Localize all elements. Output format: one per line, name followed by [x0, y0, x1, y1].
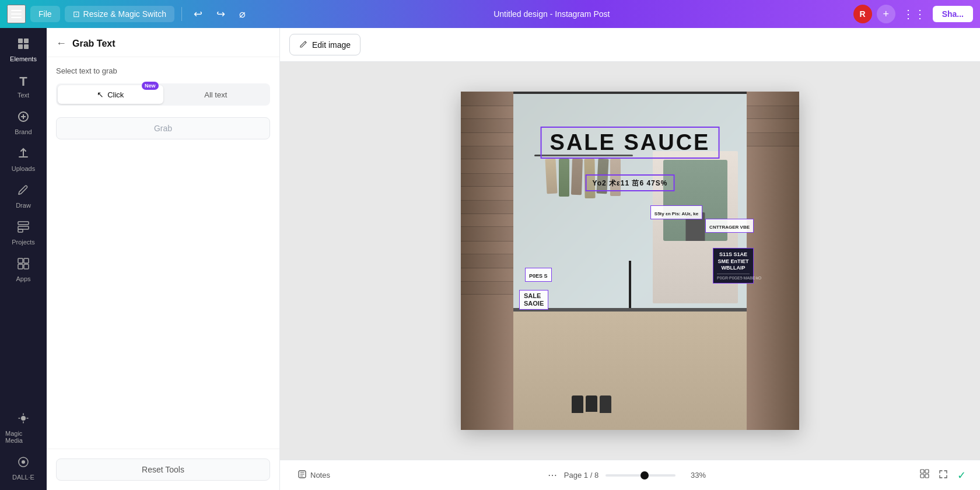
notes-button[interactable]: Notes	[292, 466, 336, 485]
grab-label: Grab	[154, 124, 172, 133]
svg-rect-3	[18, 38, 23, 43]
svg-rect-0	[11, 10, 22, 11]
canvas-area: Edit image	[280, 28, 980, 490]
magic-media-icon	[17, 412, 30, 428]
sidebar-item-elements-label: Elements	[10, 55, 37, 62]
sidebar-item-brand-label: Brand	[15, 128, 32, 135]
notes-icon	[298, 470, 307, 481]
redo-button[interactable]: ↪	[212, 5, 230, 23]
svg-rect-22	[925, 474, 929, 478]
elements-icon	[17, 37, 30, 53]
sidebar-item-uploads[interactable]: Uploads	[3, 142, 44, 177]
sidebar-item-draw[interactable]: Draw	[3, 179, 44, 214]
reset-tools-button[interactable]: Reset Tools	[56, 459, 270, 481]
canvas-content[interactable]: SALE SAUCE Yo2 术ε11 茁6 47S% S5ty εn Pis:…	[280, 62, 980, 460]
panel-footer: Reset Tools	[47, 449, 279, 490]
page-progress-bar[interactable]	[606, 474, 676, 477]
sidebar-item-elements[interactable]: Elements	[3, 33, 44, 67]
edit-image-button[interactable]: Edit image	[289, 34, 360, 55]
svg-rect-1	[11, 13, 22, 15]
side-text-overlay: P0ES S	[525, 268, 552, 282]
projects-icon	[17, 220, 30, 236]
edit-image-label: Edit image	[312, 40, 351, 50]
user-avatar[interactable]: R	[853, 5, 872, 23]
click-toggle-button[interactable]: New ↖ Click	[58, 85, 163, 104]
resize-magic-switch-button[interactable]: ⊡ Resize & Magic Switch	[65, 6, 174, 22]
sidebar-item-uploads-label: Uploads	[12, 165, 35, 172]
bottom-right: ✓	[918, 467, 968, 484]
sidebar-item-text[interactable]: T Text	[3, 69, 44, 103]
sub-text: Yo2 术ε11 茁6 47S%	[593, 179, 668, 187]
save-status-button[interactable]: ⌀	[235, 5, 250, 23]
small-text2: CNTTRAGER VBE	[709, 225, 750, 230]
text-icon: T	[19, 74, 27, 89]
bottom-center: ⋯ Page 1 / 8 33%	[345, 470, 908, 481]
sidebar-item-magic-media[interactable]: Magic Media	[3, 407, 44, 449]
edit-image-icon	[299, 39, 309, 50]
grab-text-panel: ← Grab Text Select text to grab New ↖ Cl…	[47, 28, 280, 490]
undo-button[interactable]: ↩	[189, 5, 207, 23]
sidebar-item-draw-label: Draw	[16, 202, 31, 209]
poster-text: S11S S1AESME EnTIETWBLLAIP	[717, 251, 750, 272]
sidebar-item-dalle[interactable]: DALL·E	[3, 451, 44, 485]
small-text1: S5ty εn Pis: AUε, ke	[654, 211, 698, 216]
dalle-icon	[17, 456, 30, 471]
design-frame[interactable]: SALE SAUCE Yo2 术ε11 茁6 47S% S5ty εn Pis:…	[461, 92, 799, 430]
brand-icon	[17, 110, 30, 126]
nav-separator	[181, 7, 182, 21]
boots-display	[572, 396, 611, 413]
sidebar-item-brand[interactable]: Brand	[3, 106, 44, 140]
side-text: P0ES S	[529, 273, 548, 279]
store-background: SALE SAUCE Yo2 术ε11 茁6 47S% S5ty εn Pis:…	[461, 92, 799, 430]
fullscreen-button[interactable]	[936, 467, 950, 484]
nav-more-icon[interactable]: ⋮⋮	[900, 5, 928, 23]
main-sale-text-overlay: SALE SAUCE	[541, 127, 720, 159]
right-wall	[747, 92, 799, 430]
left-sidebar: Elements T Text Brand Uploads Draw	[0, 28, 47, 490]
panel-title: Grab Text	[72, 38, 116, 49]
cursor-icon: ↖	[97, 90, 104, 99]
zoom-level: 33%	[682, 471, 706, 480]
page-indicator: Page 1 / 8	[564, 471, 598, 480]
nav-right-actions: R + ⋮⋮ Sha...	[853, 5, 973, 23]
main-sale-text: SALE SAUCE	[550, 130, 710, 155]
all-text-label: All text	[204, 90, 227, 99]
click-label: Click	[107, 90, 124, 99]
svg-rect-14	[24, 264, 29, 269]
page-dots-button[interactable]: ⋯	[548, 470, 557, 481]
sidebar-item-magic-media-label: Magic Media	[5, 430, 41, 444]
apps-icon	[17, 257, 30, 273]
poster-overlay: S11S S1AESME EnTIETWBLLAIP P0GR·P0GE5·MA…	[713, 248, 754, 284]
reset-label: Reset Tools	[142, 465, 184, 474]
progress-dot	[640, 471, 649, 480]
main-layout: Elements T Text Brand Uploads Draw	[0, 28, 980, 490]
clothes-rack-main	[522, 142, 645, 312]
file-menu-button[interactable]: File	[30, 6, 60, 22]
resize-icon: ⊡	[73, 9, 80, 19]
done-button[interactable]: ✓	[955, 467, 968, 484]
all-text-toggle-button[interactable]: All text	[163, 85, 269, 104]
share-button[interactable]: Sha...	[933, 6, 973, 22]
svg-rect-2	[11, 17, 22, 18]
sidebar-item-projects-label: Projects	[12, 239, 35, 246]
canvas-toolbar: Edit image	[280, 28, 980, 62]
top-navigation: File ⊡ Resize & Magic Switch ↩ ↪ ⌀ Untit…	[0, 0, 980, 28]
grab-button[interactable]: Grab	[56, 117, 270, 139]
bottom-bar: Notes ⋯ Page 1 / 8 33% ✓	[280, 460, 980, 490]
notes-label: Notes	[310, 471, 330, 480]
text-select-toggle-group: New ↖ Click All text	[56, 83, 270, 106]
svg-rect-6	[24, 44, 29, 49]
panel-back-button[interactable]: ←	[56, 37, 66, 50]
sale-sign-overlay: SALESAOIE	[519, 290, 548, 310]
sidebar-item-projects[interactable]: Projects	[3, 216, 44, 250]
add-collaborator-button[interactable]: +	[877, 5, 895, 23]
sidebar-item-apps[interactable]: Apps	[3, 253, 44, 287]
grid-view-button[interactable]	[918, 467, 932, 484]
svg-point-17	[22, 460, 25, 464]
svg-rect-4	[24, 38, 29, 43]
svg-rect-10	[18, 229, 23, 232]
panel-subtitle: Select text to grab	[56, 66, 270, 75]
hamburger-menu-button[interactable]	[7, 5, 26, 23]
svg-point-15	[21, 416, 26, 421]
svg-rect-20	[925, 470, 929, 473]
